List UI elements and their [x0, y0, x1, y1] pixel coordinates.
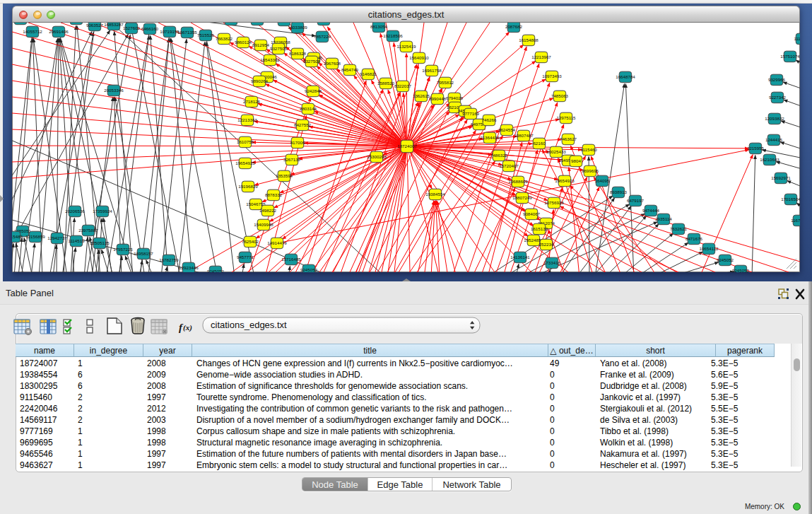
svg-text:1610755: 1610755	[237, 139, 254, 144]
svg-text:9804: 9804	[571, 158, 581, 163]
svg-text:12505135: 12505135	[90, 240, 110, 245]
svg-text:7857224: 7857224	[314, 34, 331, 39]
svg-text:18807249: 18807249	[512, 195, 532, 200]
svg-text:12213967: 12213967	[531, 54, 551, 59]
svg-text:9227342: 9227342	[769, 95, 787, 100]
svg-text:citations_edges.txt: citations_edges.txt	[211, 320, 287, 330]
svg-text:17359924: 17359924	[93, 209, 112, 214]
svg-text:7955812: 7955812	[437, 80, 454, 85]
svg-text:14914479: 14914479	[267, 240, 287, 245]
svg-text:9245052: 9245052	[732, 268, 750, 272]
svg-text:9242848: 9242848	[305, 88, 322, 93]
svg-text:9245052: 9245052	[207, 269, 225, 272]
svg-text:10688609: 10688609	[508, 179, 528, 184]
svg-text:1527602: 1527602	[123, 25, 141, 30]
svg-text:164095: 164095	[595, 178, 610, 183]
svg-text:417006: 417006	[290, 140, 305, 145]
svg-text:9860124: 9860124	[235, 40, 252, 45]
svg-text:1733416: 1733416	[543, 260, 561, 265]
svg-text:17957225: 17957225	[113, 247, 133, 252]
svg-text:9474444: 9474444	[642, 208, 660, 213]
svg-text:7663822: 7663822	[216, 36, 233, 41]
svg-text:20691406: 20691406	[49, 29, 69, 34]
svg-text:9457771: 9457771	[237, 255, 254, 259]
svg-text:10756928: 10756928	[544, 200, 564, 205]
svg-text:15409948: 15409948	[254, 222, 273, 227]
svg-text:8938913: 8938913	[610, 189, 628, 194]
svg-text:2803144: 2803144	[300, 106, 317, 111]
svg-text:19654925: 19654925	[235, 160, 255, 165]
svg-text:16210643: 16210643	[760, 157, 779, 162]
svg-text:8454749: 8454749	[341, 67, 359, 72]
svg-text:10654112: 10654112	[699, 246, 719, 251]
svg-text:9245052: 9245052	[300, 267, 318, 272]
svg-text:8990448: 8990448	[429, 96, 447, 101]
svg-text:8186328: 8186328	[289, 51, 307, 56]
svg-text:12093832: 12093832	[765, 116, 784, 121]
svg-text:15692971: 15692971	[771, 175, 791, 180]
svg-text:15751074: 15751074	[780, 54, 800, 59]
svg-text:14055712: 14055712	[23, 29, 42, 34]
svg-text:12213363: 12213363	[237, 117, 257, 122]
svg-text:8322037: 8322037	[394, 83, 412, 88]
svg-text:2967608: 2967608	[324, 61, 341, 66]
svg-text:16853287: 16853287	[104, 23, 124, 27]
svg-text:7625402: 7625402	[242, 239, 259, 244]
svg-text:1114519: 1114519	[68, 238, 85, 243]
svg-text:3267130: 3267130	[283, 157, 301, 162]
svg-text:20206536: 20206536	[65, 209, 85, 214]
svg-text:7515526: 7515526	[197, 33, 215, 37]
svg-text:8471676: 8471676	[686, 236, 703, 241]
svg-text:12975115: 12975115	[556, 115, 576, 120]
svg-text:7486322: 7486322	[490, 153, 508, 158]
svg-text:9115460: 9115460	[580, 147, 597, 152]
svg-text:14136141: 14136141	[510, 255, 530, 259]
svg-text:62160: 62160	[533, 141, 546, 146]
svg-text:9146821: 9146821	[360, 71, 377, 76]
svg-text:12923446: 12923446	[179, 265, 199, 270]
svg-text:8912954: 8912954	[252, 42, 270, 47]
svg-text:6794028: 6794028	[446, 95, 464, 100]
svg-text:1615132: 1615132	[531, 226, 548, 231]
svg-text:9245052: 9245052	[717, 257, 734, 262]
svg-text:25300203: 25300203	[367, 154, 387, 159]
svg-text:3215955: 3215955	[747, 146, 765, 151]
svg-text:19384554: 19384554	[425, 192, 445, 197]
svg-text:15640910: 15640910	[409, 55, 429, 60]
svg-text:10719155: 10719155	[160, 29, 180, 34]
svg-text:16671355: 16671355	[177, 30, 197, 35]
svg-text:8427552: 8427552	[294, 122, 312, 127]
svg-text:2718126: 2718126	[243, 99, 261, 104]
svg-text:2087682: 2087682	[505, 24, 523, 29]
svg-text:1498222: 1498222	[259, 208, 277, 213]
svg-text:18724007: 18724007	[397, 144, 417, 148]
svg-text:9084067: 9084067	[523, 211, 541, 216]
svg-text:12156859: 12156859	[25, 234, 45, 239]
svg-text:252234: 252234	[539, 242, 554, 247]
svg-text:16033809: 16033809	[288, 25, 307, 30]
svg-text:10807487: 10807487	[514, 133, 534, 138]
svg-text:9777169: 9777169	[462, 111, 480, 116]
svg-text:19218506: 19218506	[383, 33, 403, 38]
svg-text:15720407: 15720407	[499, 163, 519, 168]
svg-text:21364436: 21364436	[480, 135, 500, 140]
svg-text:1112033: 1112033	[794, 36, 800, 41]
svg-text:1167533: 1167533	[791, 218, 800, 223]
svg-text:19196829: 19196829	[238, 184, 258, 189]
svg-text:9327508: 9327508	[303, 59, 321, 64]
svg-text:1244415: 1244415	[765, 137, 783, 142]
svg-text:9890264: 9890264	[251, 78, 269, 83]
svg-text:16648784: 16648784	[616, 74, 635, 79]
svg-text:17016504: 17016504	[781, 197, 800, 201]
svg-text:7485063: 7485063	[551, 93, 569, 98]
svg-text:8878332: 8878332	[265, 192, 283, 197]
svg-text:16961758: 16961758	[422, 68, 442, 73]
svg-text:23975887: 23975887	[78, 228, 98, 233]
svg-text:6466160: 6466160	[141, 26, 159, 31]
svg-text:6479197: 6479197	[627, 198, 645, 203]
svg-text:16958157: 16958157	[134, 251, 153, 256]
svg-text:2935114: 2935114	[655, 216, 672, 221]
svg-text:19654923: 19654923	[555, 178, 575, 183]
svg-text:16154808: 16154808	[519, 37, 539, 42]
svg-text:1588520: 1588520	[377, 81, 395, 86]
